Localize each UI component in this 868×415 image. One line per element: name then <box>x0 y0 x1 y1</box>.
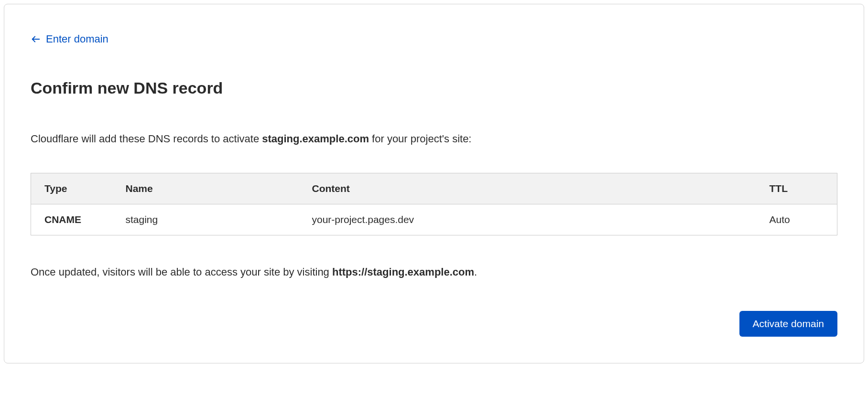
intro-prefix: Cloudflare will add these DNS records to… <box>31 133 262 145</box>
col-header-name: Name <box>112 173 299 204</box>
back-link-label: Enter domain <box>46 33 108 45</box>
dns-confirm-card: Enter domain Confirm new DNS record Clou… <box>4 4 864 363</box>
dns-records-table: Type Name Content TTL CNAME staging your… <box>31 173 837 235</box>
cell-name: staging <box>112 204 299 235</box>
intro-domain: staging.example.com <box>262 133 369 145</box>
col-header-content: Content <box>299 173 756 204</box>
intro-suffix: for your project's site: <box>369 133 472 145</box>
activate-domain-button[interactable]: Activate domain <box>739 311 837 337</box>
arrow-left-icon <box>31 34 41 44</box>
cell-content: your-project.pages.dev <box>299 204 756 235</box>
action-row: Activate domain <box>31 311 837 337</box>
cell-ttl: Auto <box>756 204 837 235</box>
outro-text: Once updated, visitors will be able to a… <box>31 264 837 280</box>
table-row: CNAME staging your-project.pages.dev Aut… <box>31 204 837 235</box>
col-header-type: Type <box>31 173 112 204</box>
outro-suffix: . <box>474 266 477 278</box>
outro-url: https://staging.example.com <box>332 266 474 278</box>
outro-prefix: Once updated, visitors will be able to a… <box>31 266 332 278</box>
page-title: Confirm new DNS record <box>31 79 837 97</box>
intro-text: Cloudflare will add these DNS records to… <box>31 131 837 147</box>
table-header-row: Type Name Content TTL <box>31 173 837 204</box>
col-header-ttl: TTL <box>756 173 837 204</box>
cell-type: CNAME <box>31 204 112 235</box>
back-link[interactable]: Enter domain <box>31 33 108 45</box>
